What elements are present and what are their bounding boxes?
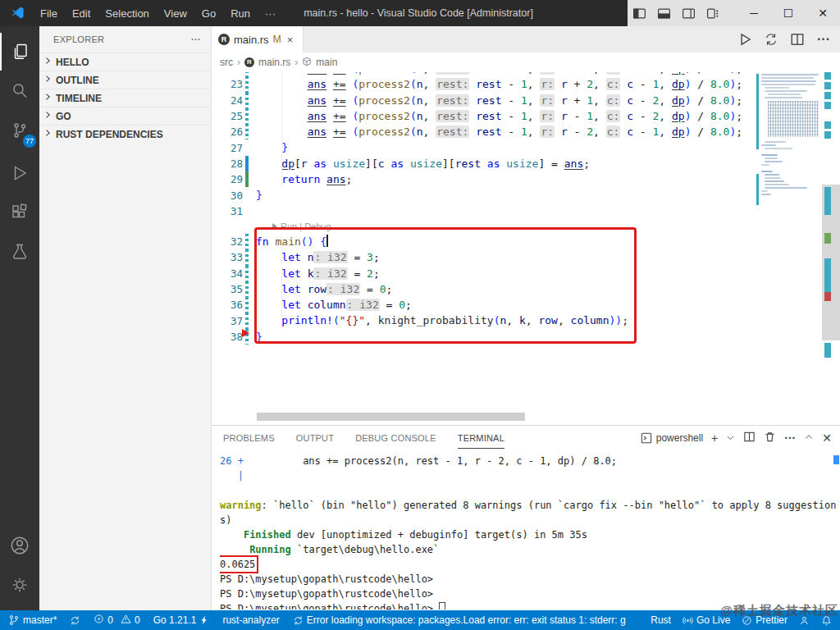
tab-problems[interactable]: PROBLEMS [223,428,275,448]
menu-run[interactable]: Run [223,4,258,23]
line-number[interactable]: 30 [212,189,243,202]
status-item-sync[interactable] [70,615,80,626]
code-text[interactable]: ans += (process2(n, rest: rest - 1, r: r… [256,108,742,124]
code-text[interactable]: fn main() { [256,234,328,249]
editor-horizontal-scrollbar[interactable] [257,413,525,421]
maximize-panel-chevron-icon[interactable] [804,431,814,445]
status-item-notifications[interactable] [821,615,832,626]
close-panel-icon[interactable]: ✕ [822,431,832,445]
code-text[interactable]: } [256,139,288,155]
codelens-run-debug[interactable]: Run | Debug [212,219,756,234]
shell-selector[interactable]: powershell [641,432,703,444]
testing-icon[interactable] [0,233,39,271]
code-line-34[interactable]: 34 let k: i32 = 2; [212,266,756,281]
status-item-feedback[interactable] [799,615,810,626]
code-area[interactable]: 22 ans += (process2(n, rest: rest - 1, r… [212,72,756,424]
status-item-workspace-error[interactable]: Error loading workspace: packages.Load e… [293,614,626,626]
tab-output[interactable]: OUTPUT [296,428,334,448]
code-text[interactable]: let column: i32 = 0; [256,297,412,313]
code-line-36[interactable]: 36 let column: i32 = 0; [212,297,756,313]
code-line-33[interactable]: 33 let n: i32 = 3; [212,249,756,265]
explorer-icon[interactable] [0,33,39,71]
search-icon[interactable] [0,72,39,110]
split-editor-icon[interactable] [788,30,807,49]
menu-edit[interactable]: Edit [65,4,98,23]
code-line-35[interactable]: 35 let row: i32 = 0; [212,281,756,297]
code-line-38[interactable]: 38} [212,329,756,345]
run-or-debug-icon[interactable] [761,30,781,49]
code-text[interactable]: ans += (process2(n, rest: rest - 1, r: r… [256,76,742,92]
code-text[interactable]: let n: i32 = 3; [256,249,380,265]
code-text[interactable]: println!("{}", knight_probability(n, k, … [256,313,628,328]
line-number[interactable]: 24 [212,94,243,107]
code-line-29[interactable]: 29 return ans; [212,171,756,187]
code-text[interactable]: return ans; [256,171,352,187]
line-number[interactable]: 29 [212,173,243,185]
line-number[interactable]: 28 [212,158,243,170]
status-item-problems[interactable]: 00 [94,614,139,627]
minimize-button[interactable]: ─ [737,0,771,26]
status-item-git-branch[interactable]: master* [8,614,57,626]
maximize-button[interactable]: ☐ [771,0,806,26]
line-number[interactable]: 38 [212,331,243,343]
code-text[interactable]: } [256,187,262,203]
extensions-icon[interactable] [0,194,39,231]
menu-file[interactable]: File [33,4,65,23]
line-number[interactable]: 36 [212,299,243,311]
toggle-secondary-sidebar-icon[interactable] [677,0,701,26]
code-line-30[interactable]: 30} [212,187,756,203]
code-line-32[interactable]: 32fn main() { [212,234,756,249]
sidebar-more-actions[interactable]: ··· [191,34,201,44]
tab-main-rs[interactable]: R main.rs M × [212,26,304,52]
line-number[interactable]: 32 [212,235,243,248]
accounts-icon[interactable] [0,527,39,564]
sidebar-section-hello[interactable]: HELLO [39,52,211,71]
breadcrumb-main-rs[interactable]: main.rs [258,57,290,68]
code-editor[interactable]: 22 ans += (process2(n, rest: rest - 1, r… [212,72,840,424]
menu-view[interactable]: View [157,4,194,23]
line-number[interactable]: 25 [212,110,243,122]
panel-more-actions-icon[interactable]: ··· [784,431,796,445]
settings-gear-icon[interactable] [0,566,39,604]
kill-terminal-trash-icon[interactable] [764,431,776,446]
sidebar-section-outline[interactable]: OUTLINE [39,71,211,89]
code-line-27[interactable]: 27 } [212,139,756,155]
code-line-31[interactable]: 31 [212,203,756,219]
sidebar-section-timeline[interactable]: TIMELINE [39,89,211,107]
line-number[interactable]: 27 [212,142,243,154]
line-number[interactable]: 35 [212,283,243,295]
breadcrumb-main-symbol[interactable]: main [316,57,337,68]
toggle-panel-icon[interactable] [652,0,677,26]
editor-more-actions-icon[interactable]: ··· [814,30,833,49]
status-item-go-version[interactable]: Go 1.21.1 [153,614,210,626]
code-line-25[interactable]: 25 ans += (process2(n, rest: rest - 1, r… [212,108,756,124]
status-item-rust-lang[interactable]: Rust [651,614,671,626]
terminal-output[interactable]: 26 + ans += process2(n, rest - 1, r - 2,… [220,454,840,609]
sidebar-section-go[interactable]: GO [39,107,211,125]
code-line-23[interactable]: 23 ans += (process2(n, rest: rest - 1, r… [212,76,756,92]
launch-profile-chevron-icon[interactable] [726,431,735,445]
status-item-prettier[interactable]: Prettier [742,614,788,626]
status-item-go-live[interactable]: Go Live [682,614,730,626]
overview-ruler[interactable] [822,72,840,424]
customize-layout-icon[interactable] [701,0,725,26]
code-text[interactable]: } [256,329,262,345]
tab-debug-console[interactable]: DEBUG CONSOLE [355,428,436,448]
status-item-rust-analyzer-status[interactable]: rust-analyzer [222,614,279,626]
source-control-icon[interactable]: 77 [0,112,39,149]
run-and-debug-icon[interactable] [0,154,39,192]
new-terminal-icon[interactable]: + [711,431,718,445]
code-text[interactable]: dp[r as usize][c as usize][rest as usize… [256,156,590,171]
close-window-button[interactable]: ✕ [806,0,840,26]
line-number[interactable]: 23 [212,78,243,90]
line-number[interactable]: 33 [212,251,243,263]
code-text[interactable]: let k: i32 = 2; [256,266,380,281]
line-number[interactable]: 26 [212,126,243,138]
menu-go[interactable]: Go [194,4,223,23]
breadcrumb-src[interactable]: src [220,57,233,68]
minimap[interactable] [756,72,822,424]
line-number[interactable]: 22 [212,72,243,75]
code-line-26[interactable]: 26 ans += (process2(n, rest: rest - 1, r… [212,124,756,139]
split-terminal-icon[interactable] [743,431,756,446]
code-line-37[interactable]: 37 println!("{}", knight_probability(n, … [212,313,756,328]
